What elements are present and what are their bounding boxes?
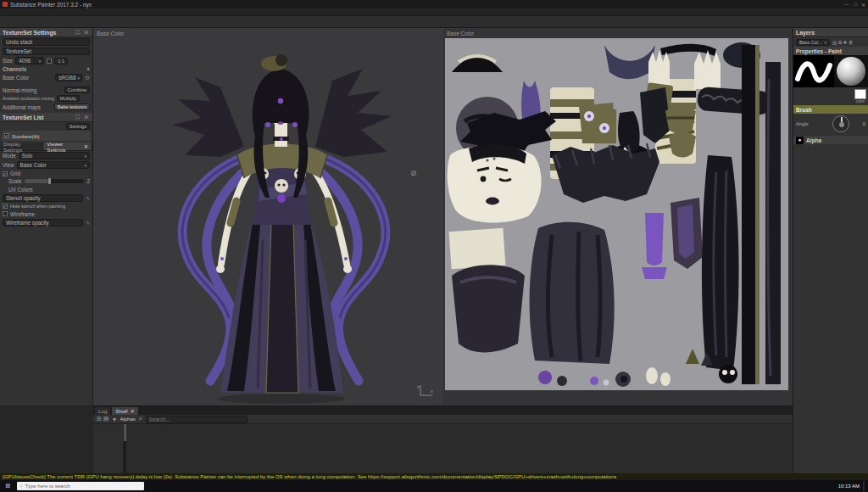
normal-mixing-value[interactable]: Combine bbox=[64, 87, 90, 93]
breadcrumb-clear-icon[interactable]: ✕ bbox=[138, 416, 143, 422]
mode-dropdown[interactable]: Solo bbox=[19, 152, 90, 159]
properties-header: Properties - Paint bbox=[793, 47, 868, 55]
textureset-list-header: TextureSet List ⛶ ✕ bbox=[0, 113, 92, 122]
grid-label: Grid bbox=[10, 171, 20, 176]
windows-taskbar: ⊞ ○ Type here to search 10:13 AM bbox=[0, 480, 868, 492]
shelf-search-input[interactable]: Search... bbox=[146, 416, 248, 423]
ao-mixing-value[interactable]: Multiply bbox=[57, 95, 80, 102]
status-message: [GPUIssuesCheck] The current TDR (GPU ha… bbox=[3, 474, 616, 479]
textureset-settings-button[interactable]: Settings bbox=[66, 123, 90, 130]
taskbar-search[interactable]: ○ Type here to search bbox=[17, 482, 144, 490]
size-lock-toggle[interactable] bbox=[47, 59, 52, 64]
shelf-grid bbox=[126, 424, 793, 474]
alpha-section-header: ● Alpha bbox=[793, 136, 868, 144]
undo-stack-field[interactable]: Undo stack bbox=[3, 38, 90, 46]
maximize-button[interactable]: □ bbox=[854, 2, 857, 8]
hide-stencil-checkbox[interactable]: ✓ bbox=[3, 204, 8, 209]
panel-dock-icons[interactable]: ⛶ ✕ bbox=[76, 30, 90, 36]
window-controls: — □ ✕ bbox=[844, 2, 865, 8]
textureset-list-item[interactable]: ✓ Sundere(th) bbox=[2, 131, 91, 141]
main-toolbar bbox=[0, 16, 868, 28]
channels-label: Channels bbox=[3, 66, 26, 72]
normal-mixing-label: Normal mixing bbox=[3, 87, 36, 93]
wireframe-opacity-edit-icon[interactable]: ✎ bbox=[86, 221, 90, 226]
brush-stroke-preview bbox=[793, 55, 834, 87]
color-swatch[interactable] bbox=[854, 89, 866, 99]
tab-display-settings[interactable]: Display Settings bbox=[0, 143, 43, 150]
textureset-list-dock-icons[interactable]: ⛶ ✕ bbox=[76, 115, 90, 120]
view-label: View bbox=[3, 162, 14, 168]
base-color-format-dropdown[interactable]: sRGB8 bbox=[55, 74, 82, 81]
mode-label: Mode bbox=[3, 153, 16, 159]
grid-checkbox[interactable]: ✓ bbox=[3, 171, 8, 176]
shelf-breadcrumb[interactable]: Alphas bbox=[120, 417, 135, 422]
textureset-settings-header: TextureSet Settings ⛶ ✕ bbox=[0, 28, 92, 37]
stencil-opacity-field[interactable]: Stencil opacity bbox=[3, 194, 83, 202]
shelf-categories bbox=[93, 424, 124, 474]
substance-painter-window: Substance Painter 2017.3.2 - nyx — □ ✕ T… bbox=[0, 0, 868, 492]
show-desktop-button[interactable] bbox=[863, 481, 865, 491]
menu-bar bbox=[0, 8, 868, 16]
material-sphere-preview bbox=[837, 57, 865, 86]
size-dropdown[interactable]: 4096 bbox=[15, 57, 44, 64]
brush-section-header: Brush bbox=[793, 105, 868, 114]
angle-label: Angle bbox=[796, 121, 825, 126]
additional-maps-label: Additional maps bbox=[3, 104, 41, 110]
layers-header: Layers bbox=[793, 28, 868, 37]
wireframe-opacity-field[interactable]: Wireframe opacity bbox=[3, 219, 83, 226]
textureset-visibility-toggle[interactable]: ✓ bbox=[4, 133, 9, 138]
brush-cursor: ⊘ bbox=[410, 169, 417, 177]
stencil-opacity-edit-icon[interactable]: ✎ bbox=[86, 196, 90, 201]
textureset-name: Sundere(th) bbox=[12, 133, 40, 139]
uv-color-swatch-2[interactable] bbox=[47, 186, 55, 193]
wireframe-label: Wireframe bbox=[10, 211, 35, 217]
shelf-toolbar: ⊞ ▤ ▼ Alphas ✕ Search... bbox=[93, 415, 793, 424]
tab-viewer-settings[interactable]: Viewer Settings✕ bbox=[43, 143, 92, 150]
textureset-field[interactable]: TextureSet bbox=[3, 48, 90, 55]
title-bar: Substance Painter 2017.3.2 - nyx — □ ✕ bbox=[0, 0, 868, 8]
scale-value: 2 bbox=[86, 178, 90, 184]
remove-channel-button[interactable]: ⊖ bbox=[85, 75, 90, 81]
angle-row: Angle 0 bbox=[793, 114, 868, 134]
textureset-settings-title: TextureSet Settings bbox=[3, 30, 56, 36]
wireframe-checkbox[interactable] bbox=[3, 211, 8, 216]
layer-blend-filter[interactable]: Base Col... bbox=[796, 39, 830, 46]
add-channel-button[interactable]: + bbox=[86, 66, 90, 72]
settings-tabs: Display Settings Viewer Settings✕ bbox=[0, 143, 92, 151]
view-dropdown[interactable]: Base Color bbox=[17, 161, 90, 169]
shelf-panel: Log Shelf✕ ⊞ ▤ ▼ Alphas ✕ Search... bbox=[93, 405, 793, 473]
uv-islands bbox=[443, 28, 793, 405]
angle-value: 0 bbox=[863, 121, 865, 126]
start-button[interactable]: ⊞ bbox=[3, 482, 13, 491]
tab-log[interactable]: Log bbox=[95, 407, 111, 415]
stroke-preview bbox=[793, 55, 868, 87]
uv-colors-label: UV Colors bbox=[8, 187, 33, 193]
tab-shelf[interactable]: Shelf✕ bbox=[112, 407, 138, 415]
scale-label: Scale bbox=[8, 178, 22, 184]
filter-icon[interactable]: ▼ bbox=[111, 417, 117, 422]
shelf-view-icons[interactable]: ⊞ ▤ bbox=[97, 416, 108, 422]
viewport-3d-channel-label: Base Color bbox=[97, 31, 124, 36]
scale-slider[interactable] bbox=[25, 179, 85, 183]
tab-close-icon[interactable]: ✕ bbox=[84, 143, 88, 149]
svg-text:z: z bbox=[417, 384, 420, 389]
uv-color-swatch-1[interactable] bbox=[36, 186, 44, 193]
system-tray: 10:13 AM bbox=[832, 481, 865, 491]
textureset-panel: TextureSet Settings ⛶ ✕ Undo stack Textu… bbox=[0, 28, 93, 405]
window-title: Substance Painter 2017.3.2 - nyx bbox=[10, 2, 92, 8]
taskbar-search-placeholder: Type here to search bbox=[25, 484, 70, 489]
base-color-channel-label: Base Color bbox=[3, 75, 29, 81]
viewport-3d[interactable]: Base Color bbox=[93, 28, 443, 405]
search-icon: ○ bbox=[19, 484, 23, 489]
layer-panel-icons[interactable]: ▤ ⊞ ✚ 🗑 bbox=[832, 40, 854, 45]
bake-textures-button[interactable]: Bake textures bbox=[54, 103, 90, 110]
wireframe-color-swatch[interactable] bbox=[81, 210, 90, 217]
hide-stencil-label: Hide stencil when painting bbox=[10, 204, 65, 209]
angle-dial[interactable] bbox=[832, 115, 849, 132]
color-swatch-label: color bbox=[854, 99, 866, 103]
shelf-tab-close-icon[interactable]: ✕ bbox=[130, 408, 134, 414]
minimize-button[interactable]: — bbox=[844, 2, 849, 8]
close-button[interactable]: ✕ bbox=[861, 2, 865, 8]
viewport-2d[interactable]: Base Color bbox=[443, 28, 793, 405]
alpha-thumbnail: ● bbox=[796, 137, 804, 144]
